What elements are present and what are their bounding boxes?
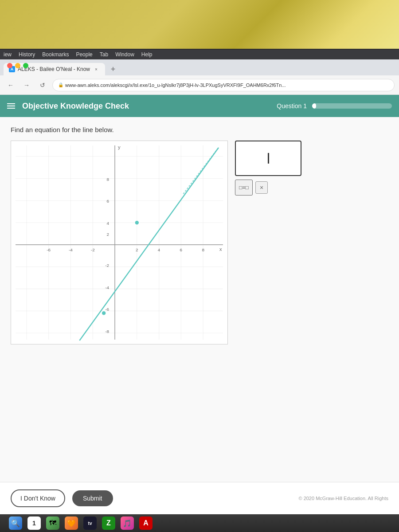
url-text: www-awn.aleks.com/alekscgi/x/lsl.exe/1o_…: [65, 82, 286, 88]
answer-panel: □=□ ×: [235, 141, 301, 196]
close-window-button[interactable]: [7, 63, 12, 68]
progress-bar: [312, 103, 392, 109]
tab-close-button[interactable]: ×: [93, 66, 100, 73]
back-button[interactable]: ←: [4, 79, 17, 91]
svg-text:y: y: [118, 145, 121, 150]
reload-button[interactable]: ↺: [36, 79, 49, 91]
hamburger-menu[interactable]: [7, 103, 15, 109]
graph-svg: -6 -4 -2 2 4 6 8 8 6 4 2 -2 -4: [11, 141, 227, 344]
svg-text:-2: -2: [91, 247, 95, 252]
svg-text:2: 2: [107, 232, 110, 237]
forward-button[interactable]: →: [20, 79, 33, 91]
maximize-window-button[interactable]: [23, 63, 28, 68]
dock-icon-z[interactable]: Z: [102, 516, 115, 530]
progress-fill: [312, 103, 316, 109]
svg-text:-6: -6: [47, 247, 51, 252]
svg-text:2: 2: [136, 247, 138, 252]
copyright-text: © 2020 McGraw-Hill Education. All Rights: [298, 496, 388, 501]
svg-text:x: x: [219, 246, 222, 252]
dock-icon-music[interactable]: 🎵: [121, 516, 134, 530]
dock-icon-a[interactable]: A: [139, 516, 153, 530]
tabs-bar: A ALEKS - Bailee O'Neal - Know × +: [0, 59, 399, 75]
question-section: Question 1: [277, 102, 392, 110]
svg-text:6: 6: [107, 199, 110, 203]
aleks-header: Objective Knowledge Check Question 1: [0, 95, 399, 117]
question-label: Question 1: [277, 102, 307, 110]
answer-input-box[interactable]: [235, 141, 301, 176]
dock-bar: 🔍 1 🗺 🧡 tv Z 🎵 A: [0, 514, 399, 532]
svg-text:4: 4: [107, 221, 110, 226]
menu-window[interactable]: Window: [115, 51, 134, 58]
traffic-lights: [4, 59, 32, 72]
menu-view[interactable]: iew: [4, 51, 12, 58]
dock-icon-finder[interactable]: 🔍: [9, 516, 22, 530]
svg-text:8: 8: [202, 247, 204, 252]
graph-wrapper: -6 -4 -2 2 4 6 8 8 6 4 2 -2 -4: [11, 141, 388, 344]
question-text: Find an equation for the line below.: [11, 126, 388, 133]
browser-window: A ALEKS - Bailee O'Neal - Know × + ← → ↺…: [0, 59, 399, 514]
page-content: Objective Knowledge Check Question 1 Fin…: [0, 95, 399, 514]
svg-text:-4: -4: [69, 247, 73, 252]
bottom-bar: I Don't Know Submit © 2020 McGraw-Hill E…: [0, 482, 399, 514]
menu-tab[interactable]: Tab: [100, 51, 108, 58]
svg-text:4: 4: [158, 247, 160, 252]
menu-help[interactable]: Help: [141, 51, 153, 58]
svg-text:-4: -4: [105, 285, 109, 290]
submit-button[interactable]: Submit: [72, 490, 113, 506]
dock-icon-calendar[interactable]: 1: [27, 516, 41, 530]
main-content: Find an equation for the line below.: [0, 117, 399, 482]
address-bar: ← → ↺ 🔒 www-awn.aleks.com/alekscgi/x/lsl…: [0, 75, 399, 95]
dont-know-button[interactable]: I Don't Know: [11, 489, 65, 507]
svg-rect-0: [11, 141, 227, 344]
svg-text:-2: -2: [105, 263, 109, 268]
graph-container: -6 -4 -2 2 4 6 8 8 6 4 2 -2 -4: [11, 141, 228, 344]
menu-bar: iew History Bookmarks People Tab Window …: [0, 50, 399, 59]
hamburger-line: [7, 108, 15, 109]
dock-icon-app1[interactable]: 🧡: [65, 516, 78, 530]
graph-point-1: [135, 220, 139, 225]
graph-point-2: [102, 311, 106, 315]
url-bar[interactable]: 🔒 www-awn.aleks.com/alekscgi/x/lsl.exe/1…: [52, 79, 395, 91]
dock-icon-tv[interactable]: tv: [83, 516, 97, 530]
menu-history[interactable]: History: [19, 51, 35, 58]
dock-icon-maps[interactable]: 🗺: [46, 516, 59, 530]
lock-icon: 🔒: [58, 82, 63, 87]
new-tab-button[interactable]: +: [107, 63, 119, 75]
hamburger-line: [7, 103, 15, 104]
clear-button[interactable]: ×: [255, 181, 268, 194]
fraction-tool-button[interactable]: □=□: [235, 180, 253, 196]
answer-cursor: [268, 153, 269, 164]
menu-people[interactable]: People: [76, 51, 92, 58]
svg-text:8: 8: [107, 177, 110, 182]
svg-text:-8: -8: [105, 329, 109, 334]
menu-bookmarks[interactable]: Bookmarks: [42, 51, 69, 58]
hamburger-line: [7, 106, 15, 106]
svg-text:6: 6: [180, 247, 183, 252]
page-title: Objective Knowledge Check: [22, 102, 129, 111]
svg-text:-6: -6: [105, 307, 109, 312]
minimize-window-button[interactable]: [15, 63, 20, 68]
